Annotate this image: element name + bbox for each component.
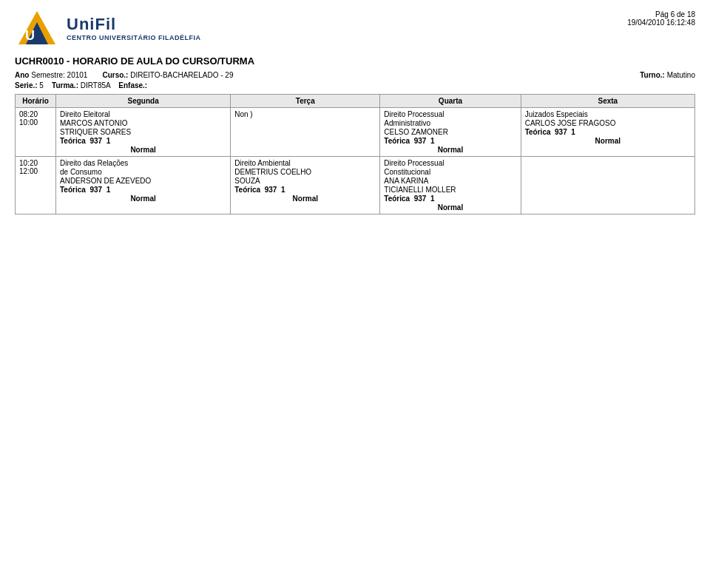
table-row: 10:2012:00 Direito das Relações de Consu… xyxy=(16,157,695,214)
teacher2: TICIANELLI MOLLER xyxy=(384,186,516,194)
subject2: Administrativo xyxy=(384,119,516,127)
teacher: CELSO ZAMONER xyxy=(384,128,516,136)
teacher: CARLOS JOSE FRAGOSO xyxy=(525,119,691,127)
schedule-table: Horário Segunda Terça Quarta Sexta 08:20… xyxy=(15,94,695,214)
teorica-line: Teórica 937 1 xyxy=(60,137,226,145)
teacher: MARCOS ANTONIO xyxy=(60,119,226,127)
teacher2: SOUZA xyxy=(234,177,376,185)
teorica-line: Teórica 937 1 xyxy=(384,137,516,145)
teorica-line: Teórica 937 1 xyxy=(384,195,516,203)
logo-area: U UniFil CENTRO UNIVERSITÁRIO FILADÉLFIA xyxy=(15,7,201,48)
terca-cell-2: Direito Ambiental DEMETRIUS COELHO SOUZA… xyxy=(231,157,380,214)
normal-line: Normal xyxy=(60,146,226,154)
logo-icon: U xyxy=(15,7,59,48)
quarta-cell-1: Direito Processual Administrativo CELSO … xyxy=(380,108,521,157)
table-row: 08:2010:00 Direito Eleitoral MARCOS ANTO… xyxy=(16,108,695,157)
ano-semestre: Ano Semestre: 20101 xyxy=(15,71,87,79)
logo-subtitle: CENTRO UNIVERSITÁRIO FILADÉLFIA xyxy=(67,34,201,41)
subject: Juizados Especiais xyxy=(525,110,691,118)
meta-left: Ano Semestre: 20101 Curso.: DIREITO-BACH… xyxy=(15,71,233,79)
curso: Curso.: DIREITO-BACHARELADO - 29 xyxy=(102,71,233,79)
col-quarta: Quarta xyxy=(380,95,521,108)
horario-cell: 08:2010:00 xyxy=(16,108,56,157)
subject2: de Consumo xyxy=(60,168,226,176)
subject: Direito das Relações xyxy=(60,159,226,167)
doc-title: UCHR0010 - HORARIO DE AULA DO CURSO/TURM… xyxy=(15,54,695,67)
teacher2: STRIQUER SOARES xyxy=(60,128,226,136)
horario-cell: 10:2012:00 xyxy=(16,157,56,214)
page-datetime: 19/04/2010 16:12:48 xyxy=(627,18,695,27)
teacher: DEMETRIUS COELHO xyxy=(234,168,376,176)
normal-line: Normal xyxy=(384,146,516,154)
col-segunda: Segunda xyxy=(56,95,231,108)
sexta-cell-1: Juizados Especiais CARLOS JOSE FRAGOSO T… xyxy=(521,108,694,157)
turno: Turno.: Matutino xyxy=(640,71,695,79)
subject: Direito Ambiental xyxy=(234,159,376,167)
meta-line2: Serie.: 5 Turma.: DIRT85A Enfase.: xyxy=(15,81,695,89)
normal-line: Normal xyxy=(60,195,226,203)
page-number: Pág 6 de 18 xyxy=(627,10,695,18)
page-info: Pág 6 de 18 19/04/2010 16:12:48 xyxy=(627,7,695,27)
teacher: ANA KARINA xyxy=(384,177,516,185)
sexta-cell-2 xyxy=(521,157,694,214)
logo-unifil: UniFil xyxy=(67,15,201,34)
meta-line1: Ano Semestre: 20101 Curso.: DIREITO-BACH… xyxy=(15,71,695,79)
segunda-cell-1: Direito Eleitoral MARCOS ANTONIO STRIQUE… xyxy=(56,108,231,157)
teorica-line: Teórica 937 1 xyxy=(234,186,376,194)
terca-cell-1: Non ) xyxy=(231,108,380,157)
quarta-cell-2: Direito Processual Constitucional ANA KA… xyxy=(380,157,521,214)
logo-text: UniFil CENTRO UNIVERSITÁRIO FILADÉLFIA xyxy=(67,15,201,41)
svg-text:U: U xyxy=(25,28,35,43)
subject: Direito Processual xyxy=(384,159,516,167)
subject: Direito Eleitoral xyxy=(60,110,226,118)
teorica-line: Teórica 937 1 xyxy=(525,128,691,136)
col-horario: Horário xyxy=(16,95,56,108)
non-label: Non ) xyxy=(234,110,376,118)
col-terca: Terça xyxy=(231,95,380,108)
teacher: ANDERSON DE AZEVEDO xyxy=(60,177,226,185)
col-sexta: Sexta xyxy=(521,95,694,108)
subject: Direito Processual xyxy=(384,110,516,118)
segunda-cell-2: Direito das Relações de Consumo ANDERSON… xyxy=(56,157,231,214)
normal-line: Normal xyxy=(234,195,376,203)
teorica-line: Teórica 937 1 xyxy=(60,186,226,194)
subject2: Constitucional xyxy=(384,168,516,176)
normal-line: Normal xyxy=(384,203,516,212)
normal-line: Normal xyxy=(525,137,691,145)
